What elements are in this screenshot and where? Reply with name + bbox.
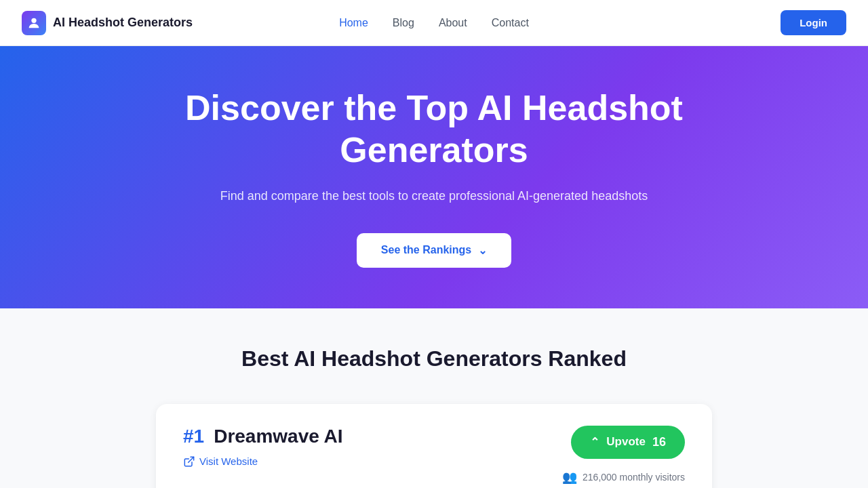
visit-website-link[interactable]: Visit Website: [183, 455, 343, 468]
brand-logo-icon: [22, 11, 46, 35]
svg-point-0: [31, 18, 36, 22]
tool-rank-name-row: #1 Dreamwave AI: [183, 426, 343, 447]
hero-subtitle: Find and compare the best tools to creat…: [220, 186, 648, 206]
tool-visitors: 👥 216,000 monthly visitors: [562, 470, 685, 485]
tool-name: Dreamwave AI: [214, 426, 342, 447]
tool-card: #1 Dreamwave AI Visit Website ⌃ Upvote 1…: [156, 404, 712, 488]
chevron-down-icon: ⌄: [478, 244, 487, 257]
upvote-count: 16: [652, 435, 666, 449]
rankings-section-title: Best AI Headshot Generators Ranked: [22, 346, 846, 371]
nav-about[interactable]: About: [439, 17, 467, 29]
visit-label: Visit Website: [199, 455, 258, 467]
rankings-section: Best AI Headshot Generators Ranked #1 Dr…: [0, 308, 868, 488]
visitors-icon: 👥: [562, 470, 577, 485]
hero-section: Discover the Top AI Headshot Generators …: [0, 46, 868, 308]
navbar-actions: Login: [781, 10, 846, 35]
hero-title: Discover the Top AI Headshot Generators: [129, 87, 739, 171]
rankings-btn-label: See the Rankings: [381, 244, 471, 256]
upvote-button[interactable]: ⌃ Upvote 16: [571, 426, 685, 459]
nav-home[interactable]: Home: [339, 17, 368, 29]
external-link-icon: [183, 455, 195, 468]
tool-card-right: ⌃ Upvote 16 👥 216,000 monthly visitors: [562, 426, 685, 485]
nav-contact[interactable]: Contact: [492, 17, 529, 29]
visitors-count: 216,000 monthly visitors: [583, 472, 685, 483]
nav-blog[interactable]: Blog: [393, 17, 414, 29]
brand-title: AI Headshot Generators: [53, 16, 193, 30]
upvote-label: Upvote: [606, 435, 646, 449]
navbar: AI Headshot Generators Home Blog About C…: [0, 0, 868, 46]
see-rankings-button[interactable]: See the Rankings ⌄: [357, 233, 511, 268]
upvote-chevron-icon: ⌃: [590, 435, 599, 449]
tool-card-left: #1 Dreamwave AI Visit Website: [183, 426, 343, 468]
main-nav: Home Blog About Contact: [339, 17, 529, 29]
logo-svg: [26, 16, 41, 30]
tool-rank: #1: [183, 426, 204, 447]
brand-link[interactable]: AI Headshot Generators: [22, 11, 193, 35]
login-button[interactable]: Login: [781, 10, 846, 35]
